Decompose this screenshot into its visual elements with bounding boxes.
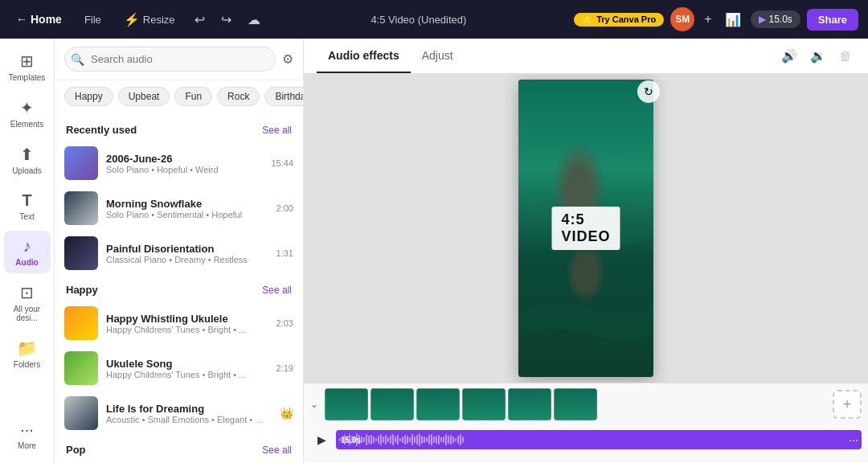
sidebar-item-label: Templates: [9, 73, 46, 82]
share-button[interactable]: Share: [807, 9, 858, 31]
timeline-thumb-1[interactable]: [325, 388, 368, 420]
audio-panel: 🔍 ⚙ Happy Upbeat Fun Rock Birthda... Rec…: [55, 39, 304, 463]
tab-adjust[interactable]: Adjust: [411, 39, 465, 73]
sidebar-item-label: Elements: [10, 120, 44, 129]
list-item[interactable]: Ukulele Song Happy Childrens' Tunes • Br…: [55, 346, 303, 391]
timeline-thumb-3[interactable]: [416, 388, 460, 420]
audio-time: 15:44: [271, 158, 293, 168]
list-item[interactable]: Painful Disorientation Classical Piano •…: [55, 231, 303, 276]
play-button[interactable]: ▶: [310, 428, 333, 451]
video-label-text: 4:5 VIDEO: [561, 211, 610, 244]
volume-button[interactable]: 🔉: [807, 45, 829, 67]
crown-icon: 👑: [280, 407, 293, 420]
video-label: 4:5 VIDEO: [551, 207, 620, 250]
add-clip-button[interactable]: +: [833, 390, 862, 419]
cloud-button[interactable]: ☁: [244, 9, 264, 31]
timeline-thumb-5[interactable]: [508, 388, 551, 420]
sidebar-item-label: Folders: [14, 360, 40, 369]
avatar[interactable]: SM: [670, 7, 694, 31]
undo-button[interactable]: ↩: [191, 9, 208, 31]
timeline-thumb-4[interactable]: [462, 388, 506, 420]
tag-rock[interactable]: Rock: [217, 87, 260, 106]
canvas-image: 4:5 VIDEO: [518, 80, 653, 377]
recently-used-see-all[interactable]: See all: [262, 125, 292, 136]
recently-used-header: Recently used See all: [55, 116, 303, 141]
add-collaborator-button[interactable]: +: [701, 9, 714, 30]
sidebar-item-elements[interactable]: ✦ Elements: [4, 92, 51, 135]
resize-button[interactable]: ⚡ Resize: [117, 9, 182, 31]
audio-thumb: [64, 236, 98, 270]
audio-name: Painful Disorientation: [106, 243, 268, 255]
audio-info: Morning Snowflake Solo Piano • Sentiment…: [106, 198, 268, 219]
audio-thumb: [64, 146, 98, 180]
canvas-area: 4:5 VIDEO ↻: [304, 74, 868, 383]
sidebar-item-templates[interactable]: ⊞ Templates: [4, 45, 51, 88]
sidebar-item-folders[interactable]: 📁 Folders: [4, 332, 51, 375]
audio-wave: [336, 430, 862, 449]
sidebar-item-all-designs[interactable]: ⊡ All your desi...: [4, 277, 51, 329]
timeline-collapse-button[interactable]: ⌄: [310, 399, 318, 410]
audio-meta: Happy Childrens' Tunes • Bright • ...: [106, 370, 268, 379]
audio-info: Happy Whistling Ukulele Happy Childrens'…: [106, 313, 268, 334]
tag-upbeat[interactable]: Upbeat: [118, 87, 170, 106]
all-designs-icon: ⊡: [20, 283, 34, 302]
tag-fun[interactable]: Fun: [174, 87, 212, 106]
text-icon: T: [22, 191, 31, 210]
right-side: Audio effects Adjust 🔊 🔉 🗑: [304, 39, 868, 463]
sidebar-item-text[interactable]: T Text: [4, 185, 51, 227]
topbar: ← Home File ⚡ Resize ↩ ↪ ☁ 4:5 Video (Un…: [0, 0, 868, 39]
effects-tabs: Audio effects Adjust 🔊 🔉 🗑: [304, 39, 868, 74]
main-content: ⊞ Templates ✦ Elements ⬆ Uploads T Text …: [0, 39, 868, 463]
timeline-top: ⌄ +: [304, 383, 868, 425]
pop-header: Pop See all: [55, 436, 303, 461]
happy-title: Happy: [66, 284, 98, 296]
sidebar-item-audio[interactable]: ♪ Audio: [4, 231, 51, 273]
list-item[interactable]: Life Is for Dreaming Acoustic • Small Em…: [55, 391, 303, 436]
audio-time: 2:00: [276, 203, 293, 213]
search-input[interactable]: [64, 47, 276, 72]
play-time: ▶ 15.0s: [751, 10, 800, 28]
tab-audio-effects[interactable]: Audio effects: [317, 39, 411, 73]
audio-name: Ukulele Song: [106, 358, 268, 370]
filter-button[interactable]: ⚙: [282, 51, 293, 67]
audio-thumb: [64, 396, 98, 430]
list-item[interactable]: Happy Whistling Ukulele Happy Childrens'…: [55, 301, 303, 346]
elements-icon: ✦: [20, 98, 34, 117]
refresh-button[interactable]: ↻: [637, 80, 660, 103]
chart-button[interactable]: 📊: [722, 9, 744, 31]
project-title: 4:5 Video (Unedited): [371, 14, 466, 26]
audio-thumb: [64, 306, 98, 340]
try-pro-button[interactable]: ⭐ Try Canva Pro: [574, 13, 664, 27]
sidebar-item-uploads[interactable]: ⬆ Uploads: [4, 138, 51, 182]
timeline-scroll: [325, 388, 826, 420]
search-wrap: 🔍: [64, 47, 276, 72]
audio-info: 2006-June-26 Solo Piano • Hopeful • Weir…: [106, 153, 263, 174]
speaker-button[interactable]: 🔊: [778, 45, 800, 67]
audio-meta: Acoustic • Small Emotions • Elegant • ..…: [106, 415, 272, 424]
recently-used-title: Recently used: [66, 124, 137, 136]
home-button[interactable]: ← Home: [10, 10, 68, 29]
redo-button[interactable]: ↪: [218, 9, 235, 31]
sidebar-item-label: Uploads: [12, 166, 42, 175]
pop-see-all[interactable]: See all: [262, 445, 292, 456]
timeline-thumb-2[interactable]: [371, 388, 414, 420]
topbar-center: 4:5 Video (Unedited): [276, 14, 562, 26]
tag-happy[interactable]: Happy: [64, 87, 113, 106]
delete-button[interactable]: 🗑: [836, 46, 855, 67]
audio-thumb: [64, 351, 98, 385]
folders-icon: 📁: [17, 338, 37, 358]
happy-see-all[interactable]: See all: [262, 285, 292, 296]
file-button[interactable]: File: [78, 10, 108, 29]
sidebar-item-more[interactable]: ··· More: [4, 414, 51, 457]
sidebar-item-label: Audio: [15, 258, 38, 267]
audio-track-more-button[interactable]: ···: [849, 433, 858, 446]
sidebar-item-label: Text: [19, 212, 34, 221]
audio-name: Morning Snowflake: [106, 198, 268, 210]
list-item[interactable]: Morning Snowflake Solo Piano • Sentiment…: [55, 186, 303, 231]
timeline-thumb-6[interactable]: [554, 388, 597, 420]
audio-icon: ♪: [23, 237, 31, 256]
list-item[interactable]: 2006-June-26 Solo Piano • Hopeful • Weir…: [55, 141, 303, 186]
tag-birthday[interactable]: Birthda...: [264, 87, 303, 106]
video-canvas: 4:5 VIDEO: [518, 80, 653, 377]
audio-track[interactable]: 15.0s ···: [336, 430, 862, 449]
